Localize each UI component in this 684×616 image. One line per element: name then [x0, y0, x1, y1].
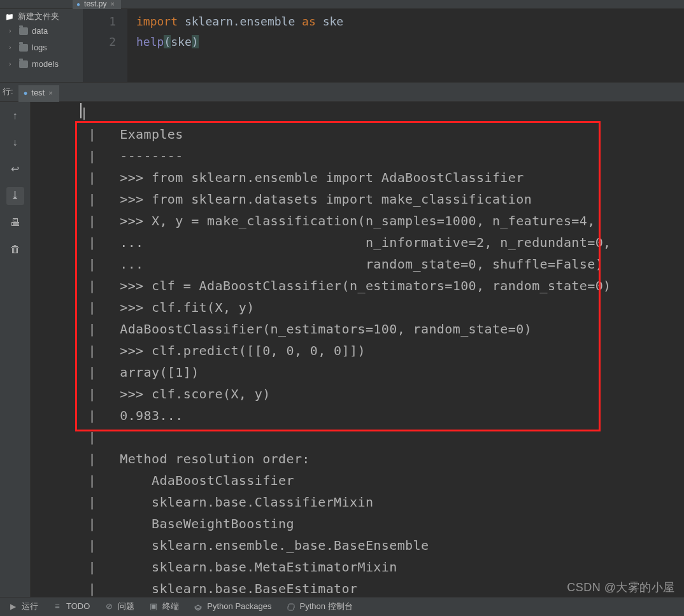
navigate-up-icon[interactable]	[6, 107, 24, 125]
navigate-down-icon[interactable]	[6, 134, 24, 151]
folder-icon	[19, 60, 28, 68]
status-python-console[interactable]: Python 控制台	[286, 601, 353, 612]
paren-close: )	[192, 35, 199, 48]
file-tab-label: test.py	[84, 0, 106, 10]
close-icon[interactable]: ×	[48, 88, 52, 98]
tree-item-models[interactable]: › models	[5, 57, 80, 71]
keyword-import: import	[136, 15, 178, 28]
project-root[interactable]: 新建文件夹	[5, 11, 80, 22]
toolbar-icon-1[interactable]	[3, 1, 11, 9]
module-name: sklearn.ensemble	[185, 15, 295, 28]
packages-icon	[193, 602, 203, 612]
soft-wrap-icon[interactable]	[6, 160, 24, 178]
tree-item-logs[interactable]: › logs	[5, 41, 80, 55]
problems-icon	[104, 602, 114, 612]
print-icon[interactable]	[6, 214, 24, 232]
keyword-as: as	[302, 15, 316, 28]
run-tool-body: | | Examples | -------- | >>> from sklea…	[0, 102, 684, 597]
status-terminal-label: 终端	[162, 601, 179, 612]
alias: ske	[323, 15, 344, 28]
status-problems[interactable]: 问题	[104, 601, 134, 612]
editor-content[interactable]: import sklearn.ensemble as ske help(ske)	[127, 9, 343, 82]
folder-icon	[5, 11, 14, 22]
code-line[interactable]: import sklearn.ensemble as ske	[136, 11, 343, 32]
argument: ske	[171, 35, 192, 48]
chevron-right-icon: ›	[9, 59, 15, 69]
file-tab-bar: ● test.py ×	[73, 0, 121, 9]
status-bar: 运行 TODO 问题 终端 Python Packages Python 控制台	[0, 597, 684, 616]
status-terminal[interactable]: 终端	[148, 601, 179, 612]
run-console[interactable]: | | Examples | -------- | >>> from sklea…	[31, 102, 684, 597]
tree-item-label: data	[32, 25, 48, 37]
line-number: 2	[83, 32, 116, 52]
status-todo[interactable]: TODO	[52, 601, 90, 612]
status-packages-label: Python Packages	[207, 601, 271, 612]
folder-icon	[19, 27, 28, 35]
status-pyconsole-label: Python 控制台	[300, 601, 353, 612]
builtin-help: help	[136, 35, 164, 48]
code-editor[interactable]: 1 2 import sklearn.ensemble as ske help(…	[83, 9, 684, 82]
run-tool-header: 行: ● test ×	[0, 83, 684, 102]
editor-gutter: 1 2	[83, 9, 127, 82]
toolbar-icon-3[interactable]	[28, 1, 37, 9]
run-icon	[8, 602, 18, 612]
code-line[interactable]: help(ske)	[136, 32, 343, 52]
chevron-right-icon: ›	[9, 26, 15, 36]
editor-tabs-strip: ● test.py ×	[0, 0, 684, 9]
chevron-right-icon: ›	[9, 43, 15, 52]
file-tab-test-py[interactable]: ● test.py ×	[73, 0, 121, 9]
run-tab-test[interactable]: ● test ×	[18, 85, 59, 102]
editor-and-project-row: 新建文件夹 › data › logs › models 1 2 import …	[0, 9, 684, 83]
clear-all-icon[interactable]	[6, 241, 24, 258]
todo-icon	[52, 602, 62, 612]
status-problems-label: 问题	[118, 601, 134, 612]
terminal-icon	[148, 602, 159, 612]
paren-open: (	[164, 35, 171, 48]
line-number: 1	[83, 11, 116, 32]
tree-item-data[interactable]: › data	[5, 24, 80, 38]
status-python-packages[interactable]: Python Packages	[193, 601, 271, 612]
toolbar-icon-2[interactable]	[15, 1, 24, 9]
python-icon: ●	[24, 88, 28, 98]
status-run-label: 运行	[22, 601, 38, 612]
project-root-label: 新建文件夹	[18, 11, 59, 22]
python-file-icon: ●	[76, 0, 80, 9]
status-run[interactable]: 运行	[8, 601, 38, 612]
tree-item-label: logs	[32, 42, 47, 53]
status-todo-label: TODO	[66, 601, 90, 612]
text-caret	[80, 103, 82, 118]
run-header-label: 行:	[0, 86, 18, 97]
tree-item-label: models	[32, 59, 59, 70]
folder-icon	[19, 44, 28, 52]
toolbar-trailing-icons	[0, 0, 37, 9]
python-console-icon	[286, 602, 296, 612]
scroll-to-end-icon[interactable]	[6, 187, 24, 205]
run-tool-gutter	[0, 102, 31, 597]
console-output: | | Examples | -------- | >>> from sklea…	[80, 102, 684, 597]
run-tab-label: test	[31, 87, 45, 99]
close-icon[interactable]: ×	[110, 0, 114, 9]
project-sidebar[interactable]: 新建文件夹 › data › logs › models	[0, 9, 83, 82]
